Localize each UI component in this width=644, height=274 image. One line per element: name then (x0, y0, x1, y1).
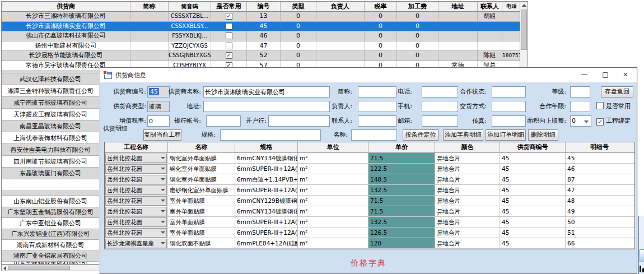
chevron-down-icon[interactable] (584, 120, 589, 123)
grid-column-header[interactable]: 明细号 (566, 142, 633, 152)
project-name-combo[interactable]: 岳州北控花园 (105, 154, 167, 163)
grid-row[interactable]: 岳州北控花园室外单面贴膜6mmSUPER-III+12A(硅…m²132.5异地… (105, 217, 634, 227)
horizontal-scrollbar[interactable] (1, 264, 100, 271)
spec-filter-field[interactable] (220, 129, 321, 141)
manager-field[interactable] (358, 101, 396, 112)
grid-cell[interactable]: 岳州北控花园 (105, 164, 168, 174)
grid-row[interactable]: 岳州北控花园磨砂钢化室外单面贴膜6mmSUPER-III+12A(硅…m²132… (105, 185, 634, 196)
coop-years-field[interactable] (570, 101, 590, 112)
common-use-checkbox[interactable]: ✓ (226, 52, 232, 59)
delete-detail-button[interactable]: 删除明细 (528, 129, 558, 141)
project-name-combo[interactable]: 岳州北控花园 (105, 164, 167, 174)
scroll-up-icon[interactable] (522, 4, 526, 7)
grid-row[interactable]: 岳州北控花园钢化室外单面贴膜6mmCNY134镀膜钢化m²71.5异地合片454… (105, 153, 634, 164)
grid-cell[interactable]: 岳州北控花园 (105, 227, 168, 238)
supplier-list-item[interactable]: 武汉亿泽科技有限公司 (2, 73, 99, 85)
supplier-list-item[interactable]: 西安佳吉美电力科技有限公司 (2, 144, 99, 156)
chevron-down-icon[interactable] (161, 221, 165, 223)
supplier-id-field[interactable]: 45 (147, 86, 170, 97)
scroll-left-icon[interactable] (3, 266, 6, 271)
grid-row[interactable]: 岳州北控花园室外单面贴膜6mmSUPER-III+12A(硅…m²126.5异地… (105, 227, 634, 238)
chevron-down-icon[interactable] (161, 231, 165, 234)
maximize-button[interactable]: □ (595, 68, 615, 82)
add-dict-detail-button[interactable]: 添加字典明细 (443, 129, 483, 141)
grid-row[interactable]: 长沙龙湖祺鑫星座钢化双面不贴膜6mmPLE84+12A(硅酮胶…m²120异地合… (105, 238, 634, 249)
supplier-row[interactable]: 佛山市亿鑫玻璃科技有限公司FSSYXBLKJ...46000 (2, 31, 528, 41)
common-use-checkbox[interactable] (226, 32, 232, 39)
supplier-list-item[interactable]: 上海优泰装饰材料有限公司 (2, 132, 99, 144)
area-round-up-combo[interactable]: 0 (570, 115, 591, 127)
supplier-name-field[interactable] (203, 86, 330, 97)
grid-row[interactable]: 岳州北控花园室外单面贴膜6mmCNY134镀膜钢化m²71.5异地合片4549 (105, 206, 634, 217)
vertical-scrollbar[interactable] (520, 2, 528, 71)
project-name-combo[interactable]: 岳州北控花园 (105, 196, 167, 206)
supplier-list-item[interactable]: 南昌亚晶玻璃有限公司 (2, 120, 99, 132)
contact-field[interactable] (358, 115, 396, 127)
empty-list-row[interactable] (2, 191, 99, 196)
grid-row[interactable]: 岳州北控花园钢化室外单面贴膜6mmSUPER-III+12A(硅…m²122.5… (105, 164, 634, 174)
supplier-row[interactable]: 长沙市潇湘玻璃实业有限公司CSSXXBLSY...45000 (2, 22, 528, 32)
checkbox-icon[interactable]: ✓ (596, 118, 604, 126)
chevron-down-icon[interactable] (161, 199, 165, 202)
copy-current-project-button[interactable]: 复制当前工程 (143, 129, 181, 141)
supplier-row[interactable]: 扬州中勤建材有限公司YZZQJCYXGS47000 (2, 41, 528, 52)
bank-account-field[interactable] (206, 115, 241, 127)
supplier-row[interactable]: 长沙晟格节能玻璃有限公司CSSGJNBLYXGS✓52000陈姐180751 (2, 51, 528, 61)
grid-row[interactable]: 岳州北控花园室外单面贴膜6mmCNY129B镀膜钢化m²71.5异地合片4548 (105, 196, 634, 206)
add-order-detail-button[interactable]: 添加订单明细 (486, 129, 526, 141)
supplier-list-item[interactable]: 山东南山铝业股份有限公司 (2, 196, 99, 207)
supplier-list-item[interactable]: 湘潭三金特种玻璃有限责任公司 (2, 85, 99, 97)
column-header[interactable]: 是否常用 (211, 2, 247, 11)
common-use-checkbox[interactable]: 是否常用 (596, 101, 631, 112)
column-header[interactable]: 供货商 (2, 2, 130, 11)
project-name-combo[interactable]: 岳州北控花园 (105, 175, 167, 184)
project-name-combo[interactable]: 岳州北控花园 (105, 185, 167, 195)
common-use-checkbox[interactable] (226, 43, 232, 49)
grid-column-header[interactable]: 供货商编号 (500, 142, 566, 152)
dialog-titlebar[interactable]: 供货商信息 — □ × (100, 68, 637, 82)
address-field[interactable] (203, 101, 330, 112)
grade-field[interactable] (570, 86, 590, 97)
supplier-list-item[interactable]: 四川南玻节能玻璃有限公司 (2, 156, 99, 168)
grid-cell[interactable]: 岳州北控花园 (105, 153, 168, 163)
supplier-list-item[interactable]: 天津耀皮工程玻璃有限公司 (2, 109, 99, 120)
grid-column-header[interactable]: 颜色 (435, 142, 500, 152)
grid-column-header[interactable]: 规格 (235, 142, 298, 152)
delivery-field[interactable] (492, 101, 526, 112)
grid-row[interactable]: 岳州北控花园钢化室外单面贴膜6mm白玻+1.14PVB+6mm…m²148.5异… (105, 174, 634, 185)
grid-cell[interactable]: 岳州北控花园 (105, 185, 168, 195)
column-header[interactable]: 负责人 (316, 2, 365, 11)
supplier-list-item[interactable]: 广东中亚铝业有限公司 (2, 218, 99, 229)
chevron-down-icon[interactable] (161, 210, 165, 212)
grid-column-header[interactable]: 名称 (168, 142, 235, 152)
bank-branch-field[interactable] (268, 115, 330, 127)
supplier-list-item[interactable]: 广东坚朗五金制品股份有限公司 (2, 207, 99, 219)
grid-column-header[interactable]: 单位 (298, 142, 368, 152)
grid-cell[interactable]: 长沙龙湖祺鑫星座 (105, 238, 168, 248)
grid-column-header[interactable]: 单价 (368, 142, 435, 152)
column-header[interactable]: 加工费 (397, 2, 438, 11)
grid-cell[interactable]: 岳州北控花园 (105, 174, 168, 184)
empty-list-row[interactable] (2, 179, 99, 191)
column-header[interactable]: 联系人 (478, 2, 502, 11)
chevron-down-icon[interactable] (161, 168, 165, 170)
column-header[interactable]: 电话 (502, 2, 521, 11)
column-header[interactable]: 编号 (247, 2, 281, 11)
grid-cell[interactable]: 岳州北控花园 (105, 196, 168, 206)
common-use-checkbox[interactable] (226, 23, 232, 30)
supplier-list-item[interactable]: 咸宁南玻节能玻璃有限公司 (2, 97, 99, 109)
column-header[interactable]: 地址 (438, 2, 478, 11)
column-header[interactable]: 简音码 (169, 2, 211, 11)
common-use-checkbox[interactable]: ✓ (226, 13, 232, 20)
grid-cell[interactable]: 岳州北控花园 (105, 217, 168, 227)
name-filter-field[interactable] (351, 129, 397, 141)
scrollbar-thumb[interactable] (521, 10, 527, 50)
supplier-list-item[interactable]: 广东兴发铝业(江西)有限公司 (2, 229, 99, 240)
grid-cell[interactable]: 岳州北控花园 (105, 206, 168, 216)
column-header[interactable]: 类型 (281, 2, 316, 11)
project-name-combo[interactable]: 岳州北控花园 (105, 217, 167, 227)
column-header[interactable]: 简称 (130, 2, 169, 11)
supplier-type-field[interactable] (147, 101, 170, 112)
project-name-combo[interactable]: 岳州北控花园 (105, 207, 167, 216)
chevron-down-icon[interactable] (161, 157, 165, 159)
